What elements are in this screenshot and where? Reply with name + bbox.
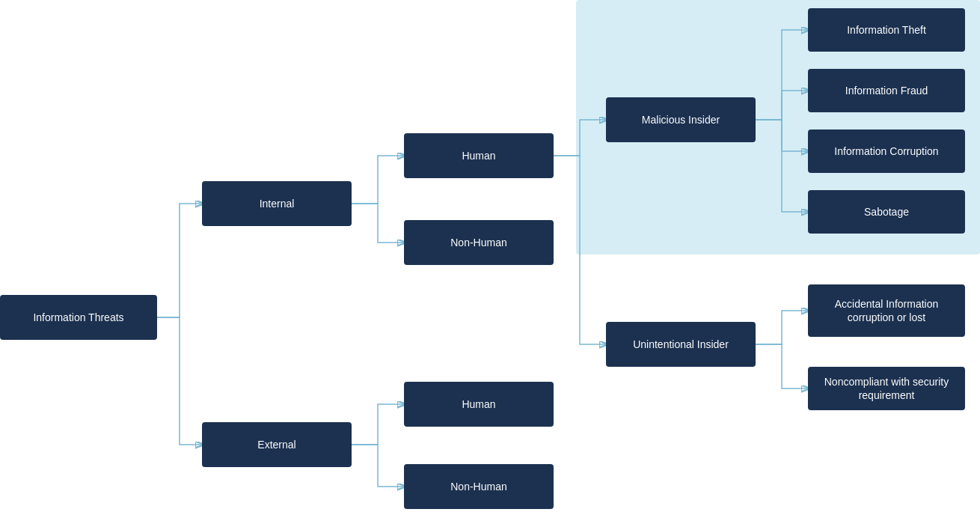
node-external-human: Human bbox=[404, 382, 554, 427]
node-malicious-insider: Malicious Insider bbox=[606, 97, 756, 142]
node-unintentional-insider: Unintentional Insider bbox=[606, 322, 756, 367]
node-internal: Internal bbox=[202, 181, 352, 226]
node-info-corruption: Information Corruption bbox=[808, 129, 965, 173]
node-internal-human: Human bbox=[404, 133, 554, 178]
node-info-theft: Information Theft bbox=[808, 8, 965, 52]
node-external-nonhuman: Non-Human bbox=[404, 464, 554, 509]
diagram-container: Information Threats Internal External Hu… bbox=[0, 0, 980, 515]
node-internal-nonhuman: Non-Human bbox=[404, 220, 554, 265]
node-info-fraud: Information Fraud bbox=[808, 69, 965, 112]
node-external: External bbox=[202, 422, 352, 467]
node-accidental: Accidental Information corruption or los… bbox=[808, 284, 965, 337]
node-sabotage: Sabotage bbox=[808, 190, 965, 234]
node-noncompliant: Noncompliant with security requirement bbox=[808, 367, 965, 410]
node-information-threats: Information Threats bbox=[0, 295, 157, 340]
